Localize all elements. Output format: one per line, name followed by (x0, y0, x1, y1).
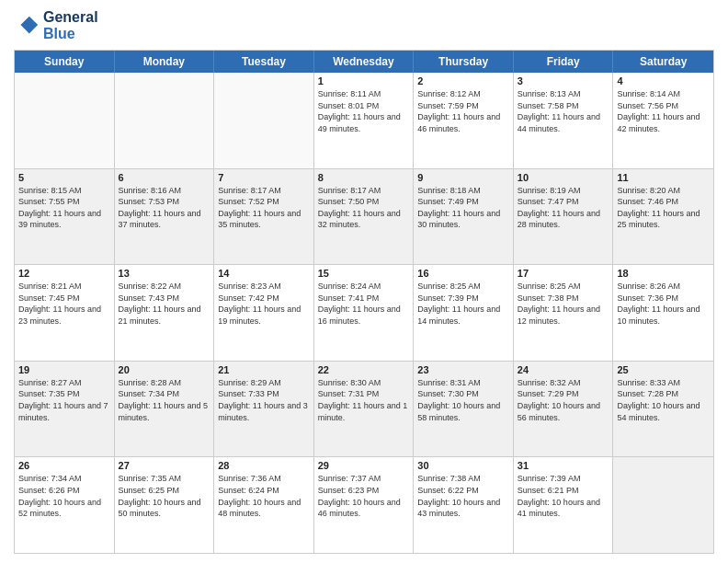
day-number: 26 (18, 460, 110, 471)
day-cell: 17Sunrise: 8:25 AM Sunset: 7:38 PM Dayli… (514, 265, 614, 361)
day-header-monday: Monday (115, 51, 215, 73)
logo-icon (14, 13, 40, 39)
day-info: Sunrise: 8:25 AM Sunset: 7:39 PM Dayligh… (417, 281, 509, 327)
day-info: Sunrise: 8:11 AM Sunset: 8:01 PM Dayligh… (318, 88, 410, 134)
day-number: 11 (617, 172, 710, 183)
day-info: Sunrise: 8:12 AM Sunset: 7:59 PM Dayligh… (417, 88, 509, 134)
day-cell: 25Sunrise: 8:33 AM Sunset: 7:28 PM Dayli… (613, 362, 713, 457)
day-cell: 16Sunrise: 8:25 AM Sunset: 7:39 PM Dayli… (414, 265, 514, 361)
day-number: 27 (119, 460, 210, 471)
week-row-4: 19Sunrise: 8:27 AM Sunset: 7:35 PM Dayli… (15, 362, 713, 458)
day-number: 23 (417, 364, 509, 375)
day-info: Sunrise: 8:25 AM Sunset: 7:38 PM Dayligh… (518, 281, 609, 327)
day-header-saturday: Saturday (613, 51, 713, 73)
day-info: Sunrise: 8:16 AM Sunset: 7:53 PM Dayligh… (119, 185, 210, 231)
day-info: Sunrise: 8:14 AM Sunset: 7:56 PM Dayligh… (617, 88, 710, 134)
day-number: 30 (417, 460, 509, 471)
day-number: 18 (617, 268, 710, 279)
day-number: 21 (218, 364, 310, 375)
day-info: Sunrise: 8:28 AM Sunset: 7:34 PM Dayligh… (119, 377, 210, 423)
day-cell: 31Sunrise: 7:39 AM Sunset: 6:21 PM Dayli… (514, 457, 614, 553)
day-cell: 5Sunrise: 8:15 AM Sunset: 7:55 PM Daylig… (15, 169, 115, 265)
day-number: 20 (119, 364, 210, 375)
day-number: 19 (18, 364, 110, 375)
day-number: 6 (119, 172, 210, 183)
day-info: Sunrise: 8:30 AM Sunset: 7:31 PM Dayligh… (318, 377, 410, 423)
weeks-container: 1Sunrise: 8:11 AM Sunset: 8:01 PM Daylig… (15, 73, 713, 553)
day-cell: 15Sunrise: 8:24 AM Sunset: 7:41 PM Dayli… (314, 265, 415, 361)
day-cell: 30Sunrise: 7:38 AM Sunset: 6:22 PM Dayli… (414, 457, 514, 553)
day-cell: 13Sunrise: 8:22 AM Sunset: 7:43 PM Dayli… (115, 265, 215, 361)
day-cell: 22Sunrise: 8:30 AM Sunset: 7:31 PM Dayli… (314, 362, 415, 457)
day-number: 4 (617, 75, 710, 86)
day-info: Sunrise: 8:20 AM Sunset: 7:46 PM Dayligh… (617, 185, 710, 231)
day-number: 14 (218, 268, 310, 279)
day-cell: 23Sunrise: 8:31 AM Sunset: 7:30 PM Dayli… (414, 362, 514, 457)
day-cell: 6Sunrise: 8:16 AM Sunset: 7:53 PM Daylig… (115, 169, 215, 265)
day-info: Sunrise: 8:23 AM Sunset: 7:42 PM Dayligh… (218, 281, 310, 327)
day-number: 22 (318, 364, 410, 375)
day-number: 5 (18, 172, 110, 183)
day-cell (613, 457, 713, 553)
day-info: Sunrise: 8:15 AM Sunset: 7:55 PM Dayligh… (18, 185, 110, 231)
day-number: 9 (417, 172, 509, 183)
week-row-2: 5Sunrise: 8:15 AM Sunset: 7:55 PM Daylig… (15, 169, 713, 266)
day-number: 28 (218, 460, 310, 471)
day-info: Sunrise: 7:36 AM Sunset: 6:24 PM Dayligh… (218, 473, 310, 519)
day-cell: 7Sunrise: 8:17 AM Sunset: 7:52 PM Daylig… (214, 169, 314, 265)
day-info: Sunrise: 8:13 AM Sunset: 7:58 PM Dayligh… (518, 88, 609, 134)
day-info: Sunrise: 8:32 AM Sunset: 7:29 PM Dayligh… (518, 377, 609, 423)
day-cell: 19Sunrise: 8:27 AM Sunset: 7:35 PM Dayli… (15, 362, 115, 457)
day-info: Sunrise: 7:37 AM Sunset: 6:23 PM Dayligh… (318, 473, 410, 519)
day-cell (115, 73, 215, 168)
day-cell: 24Sunrise: 8:32 AM Sunset: 7:29 PM Dayli… (514, 362, 614, 457)
day-info: Sunrise: 7:38 AM Sunset: 6:22 PM Dayligh… (417, 473, 509, 519)
day-number: 29 (318, 460, 410, 471)
day-cell: 27Sunrise: 7:35 AM Sunset: 6:25 PM Dayli… (115, 457, 215, 553)
day-number: 12 (18, 268, 110, 279)
day-header-sunday: Sunday (15, 51, 115, 73)
day-number: 10 (518, 172, 609, 183)
day-cell: 28Sunrise: 7:36 AM Sunset: 6:24 PM Dayli… (214, 457, 314, 553)
day-number: 1 (318, 75, 410, 86)
day-cell: 29Sunrise: 7:37 AM Sunset: 6:23 PM Dayli… (314, 457, 415, 553)
logo: General Blue (14, 9, 98, 42)
day-number: 8 (318, 172, 410, 183)
week-row-5: 26Sunrise: 7:34 AM Sunset: 6:26 PM Dayli… (15, 457, 713, 553)
day-cell: 1Sunrise: 8:11 AM Sunset: 8:01 PM Daylig… (314, 73, 415, 168)
day-header-friday: Friday (514, 51, 614, 73)
day-cell: 8Sunrise: 8:17 AM Sunset: 7:50 PM Daylig… (314, 169, 415, 265)
logo-text: General Blue (43, 9, 98, 42)
day-info: Sunrise: 7:39 AM Sunset: 6:21 PM Dayligh… (518, 473, 609, 519)
day-info: Sunrise: 8:27 AM Sunset: 7:35 PM Dayligh… (18, 377, 110, 423)
day-cell: 14Sunrise: 8:23 AM Sunset: 7:42 PM Dayli… (214, 265, 314, 361)
day-number: 7 (218, 172, 310, 183)
day-info: Sunrise: 8:21 AM Sunset: 7:45 PM Dayligh… (18, 281, 110, 327)
day-header-tuesday: Tuesday (214, 51, 314, 73)
page: General Blue SundayMondayTuesdayWednesda… (0, 0, 728, 563)
day-info: Sunrise: 8:29 AM Sunset: 7:33 PM Dayligh… (218, 377, 310, 423)
day-cell: 21Sunrise: 8:29 AM Sunset: 7:33 PM Dayli… (214, 362, 314, 457)
day-info: Sunrise: 8:31 AM Sunset: 7:30 PM Dayligh… (417, 377, 509, 423)
day-header-wednesday: Wednesday (314, 51, 415, 73)
day-headers: SundayMondayTuesdayWednesdayThursdayFrid… (15, 51, 713, 73)
day-info: Sunrise: 7:35 AM Sunset: 6:25 PM Dayligh… (119, 473, 210, 519)
day-number: 2 (417, 75, 509, 86)
day-header-thursday: Thursday (414, 51, 514, 73)
day-number: 16 (417, 268, 509, 279)
day-number: 15 (318, 268, 410, 279)
day-cell: 20Sunrise: 8:28 AM Sunset: 7:34 PM Dayli… (115, 362, 215, 457)
day-cell: 4Sunrise: 8:14 AM Sunset: 7:56 PM Daylig… (613, 73, 713, 168)
day-number: 3 (518, 75, 609, 86)
day-cell (214, 73, 314, 168)
day-info: Sunrise: 8:17 AM Sunset: 7:50 PM Dayligh… (318, 185, 410, 231)
day-cell: 9Sunrise: 8:18 AM Sunset: 7:49 PM Daylig… (414, 169, 514, 265)
day-info: Sunrise: 8:22 AM Sunset: 7:43 PM Dayligh… (119, 281, 210, 327)
calendar: SundayMondayTuesdayWednesdayThursdayFrid… (14, 50, 714, 554)
day-number: 17 (518, 268, 609, 279)
week-row-3: 12Sunrise: 8:21 AM Sunset: 7:45 PM Dayli… (15, 265, 713, 362)
day-cell: 18Sunrise: 8:26 AM Sunset: 7:36 PM Dayli… (613, 265, 713, 361)
day-number: 31 (518, 460, 609, 471)
day-info: Sunrise: 8:19 AM Sunset: 7:47 PM Dayligh… (518, 185, 609, 231)
day-cell: 10Sunrise: 8:19 AM Sunset: 7:47 PM Dayli… (514, 169, 614, 265)
